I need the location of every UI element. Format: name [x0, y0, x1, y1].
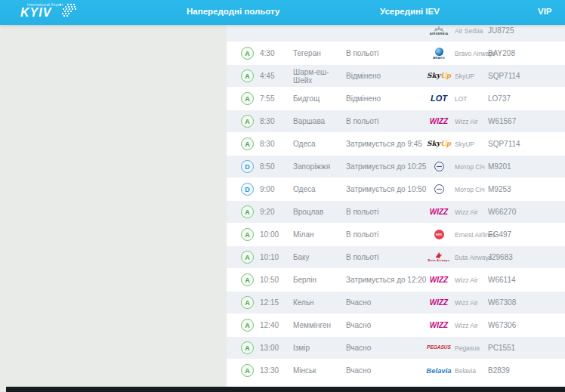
flight-row[interactable]: A 12:15 Кельн Вчасно WIZZ Wizz Air W6730… — [227, 292, 565, 313]
flight-type-badge: A — [241, 251, 254, 264]
flight-row[interactable]: A 10:00 Мілан В польоті ern Ernest Airli… — [227, 224, 565, 245]
airline-logo-icon — [434, 26, 444, 32]
flight-destination: Одеса — [293, 140, 346, 148]
flight-number: J29683 — [488, 253, 565, 261]
flight-type-badge: A — [241, 228, 254, 241]
flight-destination: Кельн — [293, 298, 346, 307]
flight-time: 13:00 — [257, 344, 293, 352]
airline-logo-icon — [435, 48, 443, 56]
airline-cell: Мотор Січ — [428, 158, 488, 176]
flight-row[interactable]: D 8:50 Запоріжжя Затримується до 10:25 М… — [227, 156, 565, 177]
airline-cell: SkyUp SkyUP — [428, 135, 488, 153]
airline-logo-wizz: WIZZ — [428, 294, 450, 312]
flight-time: 10:50 — [257, 276, 293, 284]
flight-destination: Ізмір — [293, 344, 346, 352]
flight-destination: Баку — [293, 253, 346, 261]
airline-cell: WIZZ Wizz Air — [428, 294, 488, 312]
flight-type-cell: A — [227, 92, 257, 105]
airline-logo-motorsich — [428, 181, 450, 199]
airline-cell: AIRSERBIA Air Serbia — [428, 25, 488, 40]
flight-number: JU8725 — [488, 26, 565, 35]
airline-logo-buta: Buta Airways — [428, 248, 450, 267]
airline-cell: WIZZ Wizz Air — [428, 316, 488, 335]
flight-row[interactable]: A 10:50 Берлін Затримується до 12:20 WIZ… — [227, 269, 565, 291]
flight-row[interactable]: A 8:30 Варшава В польоті WIZZ Wizz Air W… — [227, 110, 565, 132]
flight-type-badge: A — [241, 273, 254, 286]
bottom-bar — [6, 387, 565, 392]
logo-title: KYIV — [20, 6, 51, 20]
airline-name: Belavia — [455, 367, 476, 375]
flight-row[interactable]: A 7:55 Бидгощ Відмінено LOT LOT LO737 — [227, 88, 565, 110]
airline-logo-motorsich — [428, 158, 450, 176]
airline-logo-wizz: WIZZ — [428, 316, 450, 335]
flight-type-cell: A — [227, 47, 257, 60]
airline-name: Мотор Січ — [455, 186, 485, 193]
airline-cell: BRAVO Bravo Airways — [428, 45, 488, 63]
airline-logo-bravo: BRAVO — [428, 45, 450, 63]
flight-time: 9:20 — [257, 208, 293, 216]
flight-type-badge: A — [241, 69, 254, 82]
flight-type-cell: A — [227, 364, 257, 377]
flight-type-badge: A — [241, 115, 254, 128]
flight-type-cell: A — [227, 273, 257, 286]
flight-number: EG497 — [488, 230, 565, 239]
flight-status: В польоті — [346, 230, 428, 239]
flight-row[interactable]: A 10:10 Баку В польоті Buta Airways Buta… — [227, 246, 565, 268]
top-navigation-bar: International Airport KYIV Напередодні п… — [0, 0, 565, 25]
nav-item-pre-flight[interactable]: Напередодні польоту — [187, 7, 279, 16]
flight-status: Затримується до 10:25 — [346, 162, 428, 171]
flight-number: W67306 — [488, 321, 565, 329]
flight-board: AIRSERBIA Air Serbia JU8725 A 4:30 Тегер… — [227, 25, 565, 392]
airline-logo-skyup: SkyUp — [428, 135, 450, 153]
flight-row[interactable]: D 9:00 Одеса Затримується до 10:50 Мотор… — [227, 178, 565, 200]
flight-type-cell: A — [227, 137, 257, 150]
flight-time: 10:10 — [257, 253, 293, 261]
flight-row[interactable]: A 4:30 Тегеран В польоті BRAVO Bravo Air… — [227, 42, 565, 64]
flight-time: 7:55 — [257, 94, 293, 103]
airline-cell: LOT LOT — [428, 90, 488, 108]
airline-name: Pegasus — [455, 344, 480, 352]
airline-logo-icon — [434, 184, 444, 194]
flight-destination: Мінськ — [293, 366, 346, 375]
airline-name: Мотор Січ — [455, 163, 485, 171]
flight-status: Вчасно — [346, 298, 428, 307]
flight-type-cell: A — [227, 205, 257, 218]
nav-item-inside-iev[interactable]: Усередині IEV — [380, 7, 440, 16]
flight-row[interactable]: A 4:45 Шарм-еш-Шейх Відмінено SkyUp SkyU… — [227, 65, 565, 87]
flight-type-cell: A — [227, 228, 257, 241]
flight-row[interactable]: A 9:20 Вроцлав В польоті WIZZ Wizz Air W… — [227, 201, 565, 223]
flight-type-cell: D — [227, 183, 257, 196]
flight-time: 9:00 — [257, 185, 293, 193]
flight-row[interactable]: A 13:00 Ізмір Вчасно PEGASUS Pegasus PC1… — [227, 337, 565, 359]
airline-name: Wizz Air — [455, 299, 478, 307]
kyiv-mosaic-icon — [60, 4, 61, 5]
flight-row[interactable]: AIRSERBIA Air Serbia JU8725 — [227, 25, 565, 42]
flight-time: 12:15 — [257, 298, 293, 307]
flight-status: В польоті — [346, 49, 428, 57]
flight-row[interactable]: A 12:40 Меммінген Вчасно WIZZ Wizz Air W… — [227, 314, 565, 336]
flight-type-cell: A — [227, 251, 257, 264]
flight-type-cell — [227, 25, 257, 37]
kyiv-airport-logo[interactable]: International Airport KYIV — [20, 2, 103, 23]
airline-name: Wizz Air — [455, 276, 478, 284]
flight-status: Вчасно — [346, 366, 428, 375]
airline-name: Wizz Air — [455, 322, 478, 329]
flight-type-badge: A — [241, 137, 254, 150]
flight-row[interactable]: A 8:30 Одеса Затримується до 9:45 SkyUp … — [227, 133, 565, 155]
flight-destination: Мілан — [293, 230, 346, 239]
flight-type-cell: A — [227, 69, 257, 82]
airline-logo-skyup: SkyUp — [428, 67, 450, 85]
flight-time: 4:45 — [257, 72, 293, 80]
airline-name: SkyUP — [455, 73, 474, 80]
airline-logo-airserbia: AIRSERBIA — [428, 25, 450, 40]
flight-type-badge: A — [241, 92, 254, 105]
airline-logo-pegasus: PEGASUS — [428, 339, 450, 357]
flight-destination: Берлін — [293, 276, 346, 284]
flight-time: 8:30 — [257, 140, 293, 148]
flight-type-badge: D — [241, 160, 254, 173]
flight-number: W61567 — [488, 117, 565, 125]
nav-item-vip[interactable]: VIP — [538, 7, 552, 16]
flight-type-badge: A — [241, 296, 254, 309]
flight-destination: Тегеран — [293, 49, 346, 57]
flight-row[interactable]: A 13:30 Мінськ Вчасно Belavia Belavia B2… — [227, 360, 565, 381]
